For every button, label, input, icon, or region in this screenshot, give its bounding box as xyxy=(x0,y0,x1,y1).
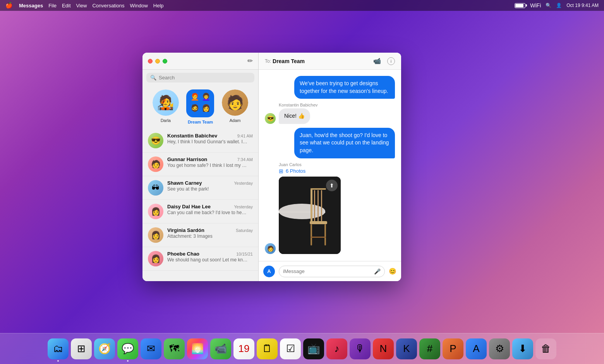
dock-item-pages[interactable]: P xyxy=(443,338,463,359)
dock-item-calendar[interactable]: 19 xyxy=(233,338,254,359)
conv-preview-gunnar: You get home safe? I think I lost my wal… xyxy=(167,163,249,168)
dock-item-photos[interactable]: 🌅 xyxy=(187,338,208,359)
conv-name-virginia: Virginia Sardón xyxy=(167,227,204,233)
conversation-item-konstantin[interactable]: 😎 Konstantin Babichev 9:41 AM Hey, I thi… xyxy=(142,129,258,153)
appstore-button[interactable]: A xyxy=(263,266,275,277)
conv-name-daisy: Daisy Dal Hae Lee xyxy=(167,204,211,209)
chat-titlebar: To: Dream Team 📹 i xyxy=(259,53,401,70)
conv-preview-shawn: See you at the park! xyxy=(167,186,249,192)
to-label: To: xyxy=(265,58,271,64)
dock-item-maps[interactable]: 🗺 xyxy=(164,338,185,359)
dock-item-appstore[interactable]: A xyxy=(466,338,487,359)
apple-menu[interactable]: 🍎 xyxy=(5,2,13,9)
dock-item-news[interactable]: N xyxy=(373,338,394,359)
msg-row-out1: We've been trying to get designs togethe… xyxy=(294,76,395,99)
compose-button[interactable]: ✏ xyxy=(247,57,253,65)
clock: Oct 19 9:41 AM xyxy=(566,3,599,8)
pinned-contact-adam[interactable]: 🧑 Adam xyxy=(222,89,248,124)
dock-dot-finder xyxy=(57,360,59,362)
adam-label: Adam xyxy=(230,118,241,123)
dock-item-appletv[interactable]: 📺 xyxy=(303,338,324,359)
msg-row-juan: 🧑 ⊞ 6 Photos xyxy=(265,168,341,254)
svg-rect-9 xyxy=(314,190,315,221)
dock-item-numbers[interactable]: # xyxy=(419,338,440,359)
conv-preview-phoebe: We should hang out soon! Let me know. xyxy=(167,257,249,263)
dock-item-finder[interactable]: 🗂 xyxy=(48,338,69,359)
dock-item-music[interactable]: ♪ xyxy=(326,338,347,359)
pinned-contact-darla[interactable]: 🧑‍🎤 Darla xyxy=(153,89,179,124)
menu-file[interactable]: File xyxy=(48,3,57,9)
avatar-virginia: 👩 xyxy=(148,227,163,243)
search-icon: 🔍 xyxy=(150,75,156,81)
conv-content-daisy: Daisy Dal Hae Lee Yesterday Can you call… xyxy=(167,204,253,215)
message-outgoing-1: We've been trying to get designs togethe… xyxy=(265,76,395,99)
msg-sender-konstantin: Konstantin Babichev xyxy=(265,103,317,107)
chat-area: To: Dream Team 📹 i We've been trying to … xyxy=(259,53,401,281)
imessage-input[interactable] xyxy=(283,268,371,274)
conv-time-shawn: Yesterday xyxy=(234,181,253,185)
dock-item-trash[interactable]: 🗑 xyxy=(535,338,556,359)
dock-item-mail[interactable]: ✉ xyxy=(141,338,161,359)
msg-avatar-konstantin: 😎 xyxy=(265,113,276,124)
app-name[interactable]: Messages xyxy=(19,3,43,9)
battery-indicator xyxy=(515,3,525,8)
dock-item-podcasts[interactable]: 🎙 xyxy=(350,338,371,359)
bubble-out2: Juan, how'd the shoot go? I'd love to se… xyxy=(294,128,395,158)
bubble-out1: We've been trying to get designs togethe… xyxy=(294,76,395,99)
adam-emoji: 🧑 xyxy=(222,89,248,116)
svg-rect-3 xyxy=(311,188,312,223)
share-button[interactable]: ⬆ xyxy=(326,180,338,191)
pinned-contact-dreamteam[interactable]: 🧑‍🦰 👩‍🦱 🧔 👩 Dream Team xyxy=(186,89,214,124)
darla-label: Darla xyxy=(161,118,171,123)
pinned-contacts: 🧑‍🎤 Darla 🧑‍🦰 👩‍🦱 🧔 👩 Dream T xyxy=(142,86,258,129)
menu-help[interactable]: Help xyxy=(153,3,164,9)
conv-name-gunnar: Gunnar Harrison xyxy=(167,156,207,162)
dock-item-downloads[interactable]: ⬇ xyxy=(512,338,533,359)
conversation-item-daisy[interactable]: 👩 Daisy Dal Hae Lee Yesterday Can you ca… xyxy=(142,200,258,223)
conversation-item-phoebe[interactable]: 👩 Phoebe Chao 10/15/21 We should hang ou… xyxy=(142,247,258,271)
info-icon[interactable]: i xyxy=(387,57,395,65)
dock-item-safari[interactable]: 🧭 xyxy=(94,338,115,359)
minimize-button[interactable] xyxy=(155,59,160,64)
dt-face-2: 👩‍🦱 xyxy=(201,93,211,103)
siri-icon[interactable]: 👤 xyxy=(556,3,562,8)
dock-item-facetime[interactable]: 📹 xyxy=(210,338,231,359)
dt-face-1: 🧑‍🦰 xyxy=(189,93,200,103)
photos-label: ⊞ 6 Photos xyxy=(279,168,341,174)
message-outgoing-2: Juan, how'd the shoot go? I'd love to se… xyxy=(265,128,395,158)
menu-window[interactable]: Window xyxy=(130,3,148,9)
desktop: ✏ 🔍 🧑‍🎤 Darla xyxy=(0,11,604,333)
svg-rect-10 xyxy=(317,190,319,221)
svg-rect-7 xyxy=(324,224,326,246)
dock-item-reminders[interactable]: ☑ xyxy=(280,338,301,359)
photo-preview[interactable]: ⬆ xyxy=(279,177,341,254)
close-button[interactable] xyxy=(148,59,153,64)
emoji-button[interactable]: 😊 xyxy=(389,268,396,275)
photos-grid-icon: ⊞ xyxy=(279,168,283,174)
search-input[interactable] xyxy=(159,75,251,81)
messages-window: ✏ 🔍 🧑‍🎤 Darla xyxy=(142,53,401,281)
conv-preview: Hey, I think I found Gunnar's wallet. It… xyxy=(167,139,249,144)
conversation-item-shawn[interactable]: 🕶 Shawn Carney Yesterday See you at the … xyxy=(142,176,258,200)
dock-item-keynote[interactable]: K xyxy=(396,338,417,359)
conv-time: 9:41 AM xyxy=(237,134,253,138)
search-icon[interactable]: 🔍 xyxy=(546,3,551,8)
chat-messages: We've been trying to get designs togethe… xyxy=(259,70,401,261)
video-call-icon[interactable]: 📹 xyxy=(373,57,381,65)
dock-item-messages[interactable]: 💬 xyxy=(117,338,138,359)
dock-item-launchpad[interactable]: ⊞ xyxy=(71,338,92,359)
audio-icon[interactable]: 🎤 xyxy=(374,268,381,275)
dock-item-notes2[interactable]: 🗒 xyxy=(257,338,278,359)
menu-conversations[interactable]: Conversations xyxy=(92,3,124,9)
maximize-button[interactable] xyxy=(163,59,167,64)
menubar: 🍎 Messages File Edit View Conversations … xyxy=(0,0,604,11)
avatar-adam: 🧑 xyxy=(222,89,248,116)
conversation-item-virginia[interactable]: 👩 Virginia Sardón Saturday Attachment: 3… xyxy=(142,223,258,247)
message-incoming-konstantin: Konstantin Babichev 😎 Nice! 👍 xyxy=(265,103,395,124)
menu-edit[interactable]: Edit xyxy=(62,3,70,9)
menu-view[interactable]: View xyxy=(76,3,87,9)
conv-preview-virginia: Attachment: 3 Images xyxy=(167,234,249,239)
conv-preview-daisy: Can you call me back? I'd love to hear m… xyxy=(167,210,249,215)
conversation-item-gunnar[interactable]: 🧑 Gunnar Harrison 7:34 AM You get home s… xyxy=(142,153,258,176)
dock-item-settings[interactable]: ⚙ xyxy=(489,338,510,359)
